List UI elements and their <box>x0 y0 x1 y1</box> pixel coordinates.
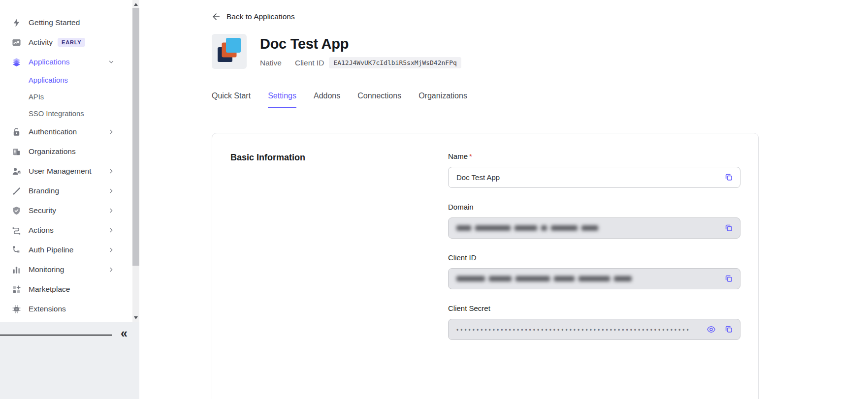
client-id-meta: Client ID EA12J4WvUK7cIdlbiR5sxMjWsD42nF… <box>295 57 461 68</box>
client-id-label: Client ID <box>295 59 324 67</box>
domain-input[interactable] <box>448 217 740 239</box>
client-id-field-label: Client ID <box>448 253 740 262</box>
sidebar-item-user-management[interactable]: User Management <box>0 161 132 181</box>
arrow-left-icon <box>212 12 221 21</box>
sidebar-item-label: Applications <box>29 58 70 66</box>
chevron-right-icon <box>108 227 115 234</box>
scroll-down-arrow-icon[interactable] <box>134 316 138 319</box>
paintbrush-icon <box>12 186 21 196</box>
sidebar-item-applications[interactable]: Applications <box>0 52 132 72</box>
client-id-input[interactable] <box>448 268 740 289</box>
layers-icon <box>12 58 21 67</box>
sidebar-item-marketplace[interactable]: Marketplace <box>0 279 132 299</box>
chevron-right-icon <box>108 168 115 175</box>
masked-client-secret-value: ••••••••••••••••••••••••••••••••••••••••… <box>456 326 691 334</box>
sidebar-item-label: Actions <box>29 226 54 235</box>
shield-icon <box>12 206 21 215</box>
eye-icon <box>707 325 716 334</box>
auth0-dashboard: Getting StartedActivityEARLYApplications… <box>0 0 868 399</box>
tab-organizations[interactable]: Organizations <box>418 92 467 108</box>
name-label: Name* <box>448 152 740 160</box>
redacted-client-id-value <box>456 276 632 281</box>
back-link-label: Back to Applications <box>226 12 295 21</box>
sidebar-item-organizations[interactable]: Organizations <box>0 142 132 161</box>
copy-icon <box>724 173 734 182</box>
building-icon <box>12 147 21 156</box>
sidebar-item-actions[interactable]: Actions <box>0 220 132 240</box>
copy-name-button[interactable] <box>723 172 734 183</box>
sidebar-item-label: User Management <box>29 167 92 176</box>
collapse-sidebar-button[interactable]: « <box>121 326 128 340</box>
sidebar-item-activity[interactable]: ActivityEARLY <box>0 32 132 52</box>
app-type-label: Native <box>260 59 282 67</box>
sidebar-item-authentication[interactable]: Authentication <box>0 122 132 142</box>
chevron-down-icon <box>108 59 115 65</box>
basic-information-form: Name* Doc Test App <box>448 152 740 355</box>
name-input[interactable]: Doc Test App <box>448 167 740 188</box>
client-secret-field-group: Client Secret ••••••••••••••••••••••••••… <box>448 304 740 340</box>
domain-field-group: Domain <box>448 203 740 239</box>
sidebar-subitem-applications[interactable]: Applications <box>0 72 132 89</box>
scrollbar-thumb[interactable] <box>132 8 139 266</box>
chevron-right-icon <box>108 187 115 194</box>
sidebar-item-label: Branding <box>29 186 59 195</box>
tab-quick-start[interactable]: Quick Start <box>212 92 251 108</box>
sidebar-scrollbar[interactable] <box>132 0 139 322</box>
name-field-group: Name* Doc Test App <box>448 152 740 188</box>
sidebar-item-auth-pipeline[interactable]: Auth Pipeline <box>0 240 132 260</box>
reveal-client-secret-button[interactable] <box>706 324 716 335</box>
client-secret-label: Client Secret <box>448 304 740 312</box>
name-input-value: Doc Test App <box>456 173 500 182</box>
settings-card: Basic Information Name* Doc Test App <box>212 133 759 399</box>
chevron-right-icon <box>108 246 115 253</box>
app-logo <box>212 34 247 69</box>
sidebar-item-branding[interactable]: Branding <box>0 181 132 201</box>
copy-domain-button[interactable] <box>723 223 734 234</box>
activity-chart-icon <box>12 38 21 47</box>
sidebar-item-label: Getting Started <box>29 18 80 27</box>
sidebar-footer: « <box>0 322 139 399</box>
sidebar-item-label: Extensions <box>29 305 66 313</box>
extensions-icon <box>12 305 21 314</box>
chevron-right-icon <box>108 207 115 214</box>
marketplace-icon <box>12 285 21 294</box>
tab-settings[interactable]: Settings <box>268 92 296 108</box>
sidebar-item-monitoring[interactable]: Monitoring <box>0 260 132 279</box>
flow-icon <box>12 226 21 235</box>
redacted-domain-value <box>456 225 598 231</box>
sidebar-subitem-apis[interactable]: APIs <box>0 89 132 105</box>
sidebar-item-label: Security <box>29 206 56 215</box>
chevron-right-icon <box>108 266 115 273</box>
sidebar: Getting StartedActivityEARLYApplications… <box>0 0 139 399</box>
sidebar-subitem-sso-integrations[interactable]: SSO Integrations <box>0 105 132 122</box>
sidebar-item-getting-started[interactable]: Getting Started <box>0 13 132 32</box>
required-marker: * <box>469 152 472 160</box>
client-id-badge: EA12J4WvUK7cIdlbiR5sxMjWsD42nFPq <box>329 57 461 68</box>
basic-information-section: Basic Information Name* Doc Test App <box>212 133 758 355</box>
app-header-text: Doc Test App Native Client ID EA12J4WvUK… <box>260 34 461 69</box>
back-to-applications-link[interactable]: Back to Applications <box>212 12 295 21</box>
app-header: Doc Test App Native Client ID EA12J4WvUK… <box>212 34 868 69</box>
sidebar-item-security[interactable]: Security <box>0 201 132 220</box>
app-meta: Native Client ID EA12J4WvUK7cIdlbiR5sxMj… <box>260 57 461 68</box>
page-title: Doc Test App <box>260 36 461 52</box>
client-secret-input[interactable]: ••••••••••••••••••••••••••••••••••••••••… <box>448 319 740 340</box>
tab-connections[interactable]: Connections <box>357 92 401 108</box>
copy-icon <box>724 274 734 283</box>
scroll-up-arrow-icon[interactable] <box>134 3 138 6</box>
sidebar-nav: Getting StartedActivityEARLYApplications… <box>0 0 132 319</box>
sidebar-item-extensions[interactable]: Extensions <box>0 299 132 319</box>
copy-client-id-button[interactable] <box>723 274 734 284</box>
sidebar-item-label: Auth Pipeline <box>29 246 73 254</box>
early-badge: EARLY <box>58 38 85 47</box>
sidebar-item-label: Activity <box>29 38 53 47</box>
lock-icon <box>12 127 21 137</box>
sidebar-item-label: Authentication <box>29 127 77 136</box>
copy-icon <box>724 223 734 233</box>
user-gear-icon <box>12 167 21 176</box>
bar-chart-icon <box>12 265 21 275</box>
tab-addons[interactable]: Addons <box>314 92 340 108</box>
copy-client-secret-button[interactable] <box>723 324 734 335</box>
main-content: Back to Applications Doc Test App Native… <box>139 0 868 399</box>
section-title: Basic Information <box>230 152 448 355</box>
